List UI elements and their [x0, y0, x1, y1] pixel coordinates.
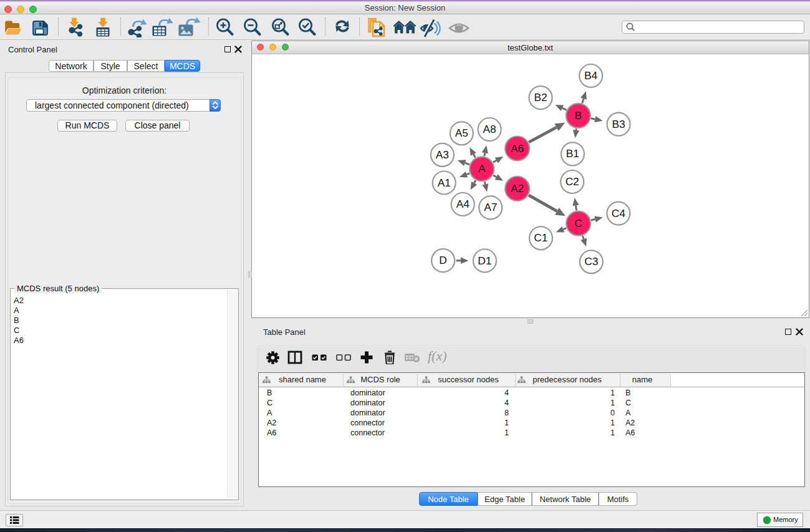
svg-text:B3: B3 [612, 118, 625, 130]
svg-text:A: A [478, 162, 486, 175]
svg-text:C3: C3 [584, 255, 598, 268]
svg-text:B2: B2 [534, 91, 547, 104]
svg-text:B1: B1 [566, 147, 579, 160]
svg-text:A6: A6 [511, 142, 524, 155]
svg-text:A5: A5 [455, 127, 468, 139]
svg-text:A7: A7 [484, 201, 497, 213]
svg-text:A4: A4 [456, 198, 470, 210]
svg-text:A3: A3 [436, 148, 449, 161]
svg-text:C4: C4 [612, 207, 625, 220]
svg-text:D: D [439, 254, 446, 266]
svg-text:C2: C2 [566, 175, 579, 188]
svg-text:C1: C1 [534, 231, 547, 244]
svg-text:D1: D1 [478, 254, 491, 267]
svg-text:A1: A1 [438, 177, 451, 189]
svg-text:B4: B4 [584, 69, 598, 82]
svg-text:A8: A8 [483, 123, 496, 135]
svg-text:A2: A2 [511, 182, 524, 195]
svg-text:C: C [574, 217, 582, 230]
svg-text:B: B [575, 109, 582, 122]
